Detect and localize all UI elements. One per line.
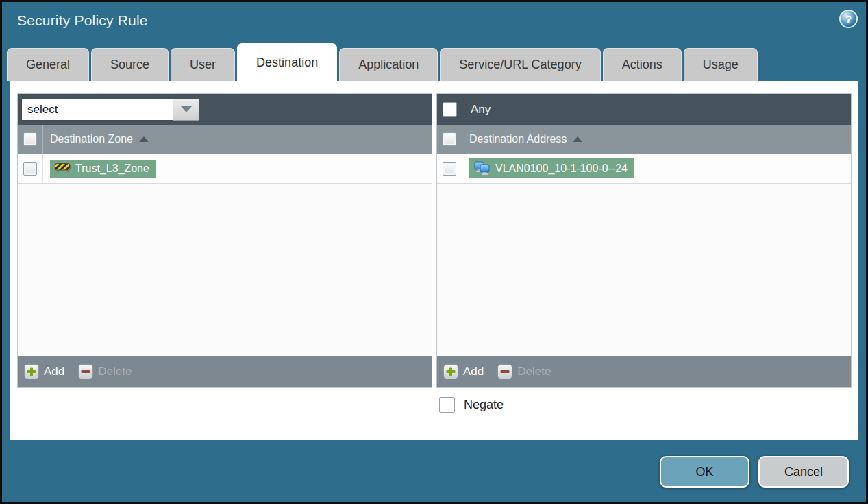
address-row-checkbox[interactable] bbox=[443, 162, 456, 176]
address-table-row: VLAN0100_10-1-100-0--24 bbox=[437, 154, 851, 184]
zone-add-label: Add bbox=[44, 365, 64, 379]
chevron-down-icon bbox=[181, 106, 192, 112]
sort-ascending-icon bbox=[139, 136, 149, 142]
address-add-button[interactable]: Add bbox=[443, 364, 484, 379]
negate-checkbox[interactable] bbox=[439, 397, 455, 413]
tab-user[interactable]: User bbox=[171, 48, 235, 81]
minus-icon bbox=[497, 364, 512, 379]
any-label: Any bbox=[471, 103, 491, 117]
ok-button[interactable]: OK bbox=[660, 456, 749, 488]
negate-control: Negate bbox=[439, 397, 504, 413]
destination-zone-panel: select Destination Zone bbox=[17, 93, 432, 388]
security-policy-rule-dialog: Security Policy Rule ? General Source Us… bbox=[0, 0, 868, 504]
address-column-label: Destination Address bbox=[469, 133, 567, 145]
tab-usage[interactable]: Usage bbox=[684, 48, 758, 81]
zone-column-label: Destination Zone bbox=[50, 133, 133, 145]
zone-type-combobox[interactable]: select bbox=[21, 99, 199, 121]
zone-type-value[interactable]: select bbox=[21, 99, 173, 121]
destination-tab-content: select Destination Zone bbox=[10, 81, 858, 440]
minus-icon bbox=[78, 364, 93, 379]
tab-general[interactable]: General bbox=[7, 48, 89, 81]
zone-delete-label: Delete bbox=[98, 365, 132, 379]
address-select-all-checkbox[interactable] bbox=[443, 132, 456, 146]
destination-address-panel: Any Destination Address bbox=[436, 93, 852, 388]
zone-column-header[interactable]: Destination Zone bbox=[18, 125, 432, 154]
tab-service-url-category[interactable]: Service/URL Category bbox=[440, 48, 600, 81]
network-computers-icon bbox=[474, 161, 491, 176]
zone-toolbar: select bbox=[18, 94, 432, 125]
address-entry-label: VLAN0100_10-1-100-0--24 bbox=[495, 163, 628, 175]
plus-icon bbox=[24, 364, 39, 379]
tab-source[interactable]: Source bbox=[91, 48, 169, 81]
cancel-button[interactable]: Cancel bbox=[758, 456, 849, 488]
tab-actions[interactable]: Actions bbox=[603, 48, 682, 81]
tab-application[interactable]: Application bbox=[339, 48, 438, 81]
address-header-check-cell bbox=[437, 125, 462, 154]
zone-select-all-checkbox[interactable] bbox=[23, 132, 37, 146]
help-icon[interactable]: ? bbox=[839, 10, 858, 28]
tab-bar: General Source User Destination Applicat… bbox=[7, 43, 758, 81]
address-row-list: VLAN0100_10-1-100-0--24 bbox=[437, 154, 851, 356]
negate-label: Negate bbox=[464, 398, 504, 412]
zone-type-dropdown-button[interactable] bbox=[173, 99, 199, 121]
address-delete-button[interactable]: Delete bbox=[497, 364, 551, 379]
address-column-header[interactable]: Destination Address bbox=[437, 125, 851, 154]
zone-barricade-icon bbox=[55, 163, 71, 174]
any-check-cell bbox=[437, 94, 462, 125]
zone-row-checkbox[interactable] bbox=[23, 162, 37, 176]
plus-icon bbox=[443, 364, 458, 379]
address-row-check-cell bbox=[437, 154, 462, 183]
zone-row-list: Trust_L3_Zone bbox=[18, 154, 432, 356]
zone-row-check-cell bbox=[18, 154, 43, 183]
dialog-title: Security Policy Rule bbox=[17, 12, 148, 29]
zone-footer-toolbar: Add Delete bbox=[18, 356, 432, 387]
sort-ascending-icon bbox=[573, 136, 582, 142]
zone-add-button[interactable]: Add bbox=[24, 364, 64, 379]
zone-table-row: Trust_L3_Zone bbox=[18, 154, 432, 184]
address-footer-toolbar: Add Delete bbox=[437, 356, 851, 387]
address-entry[interactable]: VLAN0100_10-1-100-0--24 bbox=[469, 158, 634, 178]
zone-entry[interactable]: Trust_L3_Zone bbox=[50, 160, 156, 178]
any-checkbox[interactable] bbox=[443, 102, 457, 117]
zone-delete-button[interactable]: Delete bbox=[78, 364, 132, 379]
address-add-label: Add bbox=[463, 365, 484, 379]
zone-header-check-cell bbox=[18, 125, 43, 154]
address-delete-label: Delete bbox=[517, 365, 551, 379]
zone-entry-label: Trust_L3_Zone bbox=[75, 163, 149, 175]
address-toolbar: Any bbox=[437, 94, 851, 125]
tab-destination[interactable]: Destination bbox=[237, 43, 337, 81]
